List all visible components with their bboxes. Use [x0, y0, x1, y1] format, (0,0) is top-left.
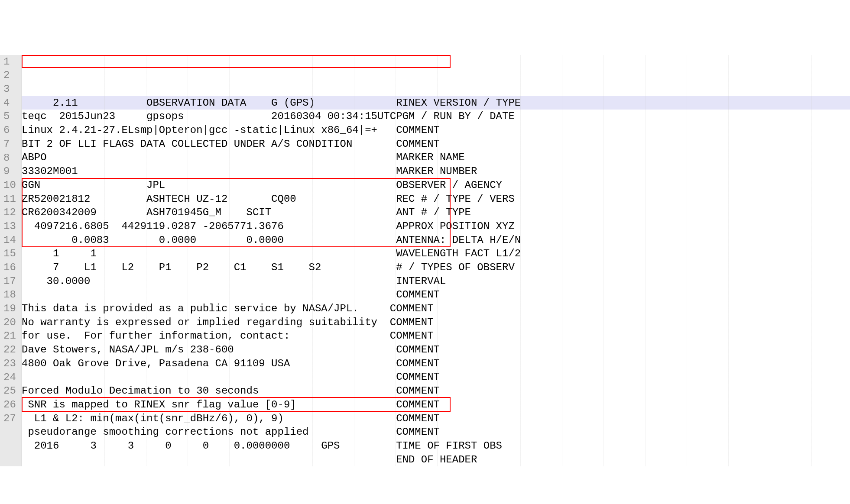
code-line[interactable]: Dave Stowers, NASA/JPL m/s 238-600 COMME…	[22, 343, 850, 357]
code-line-text: teqc 2015Jun23 gpsops 20160304 00:34:15U…	[22, 110, 515, 123]
line-number: 20	[3, 316, 18, 330]
line-number: 4	[3, 96, 18, 110]
code-line[interactable]: Forced Modulo Decimation to 30 seconds C…	[22, 384, 850, 398]
code-line-text: COMMENT	[22, 288, 440, 302]
code-line[interactable]: L1 & L2: min(max(int(snr_dBHz/6), 0), 9)…	[22, 412, 850, 426]
line-number: 19	[3, 302, 18, 316]
code-line-text: Linux 2.4.21-27.ELsmp|Opteron|gcc -stati…	[22, 123, 440, 137]
line-number: 15	[3, 247, 18, 261]
code-line[interactable]: COMMENT	[22, 288, 850, 302]
code-line-text: 2.11 OBSERVATION DATA G (GPS) RINEX VERS…	[22, 96, 521, 110]
line-number: 12	[3, 206, 18, 220]
code-line[interactable]: for use. For further information, contac…	[22, 329, 850, 343]
code-line-text: pseudorange smoothing corrections not ap…	[22, 425, 440, 439]
code-line-text: 7 L1 L2 P1 P2 C1 S1 S2 # / TYPES OF OBSE…	[22, 261, 515, 275]
code-line-text: 1 1 WAVELENGTH FACT L1/2	[22, 247, 521, 261]
line-number: 18	[3, 288, 18, 302]
code-line-text: Dave Stowers, NASA/JPL m/s 238-600 COMME…	[22, 343, 440, 357]
line-number: 13	[3, 220, 18, 233]
code-line-text: ABPO MARKER NAME	[22, 151, 465, 165]
line-number: 9	[3, 165, 18, 178]
line-number: 8	[3, 151, 18, 165]
line-number: 17	[3, 275, 18, 288]
annotation-box	[22, 55, 451, 68]
line-number: 7	[3, 137, 18, 151]
code-line[interactable]: 30.0000 INTERVAL	[22, 275, 850, 288]
code-line[interactable]: Linux 2.4.21-27.ELsmp|Opteron|gcc -stati…	[22, 123, 850, 137]
line-number: 6	[3, 123, 18, 137]
code-line-text: L1 & L2: min(max(int(snr_dBHz/6), 0), 9)…	[22, 412, 440, 426]
code-line-text: This data is provided as a public servic…	[22, 302, 434, 316]
code-line[interactable]: This data is provided as a public servic…	[22, 302, 850, 316]
code-line-text: 30.0000 INTERVAL	[22, 275, 446, 288]
code-line-text: No warranty is expressed or implied rega…	[22, 316, 434, 330]
line-number: 25	[3, 384, 18, 398]
code-line[interactable]: CR6200342009 ASH701945G_M SCIT ANT # / T…	[22, 206, 850, 220]
code-line-text: 4800 Oak Grove Drive, Pasadena CA 91109 …	[22, 357, 440, 371]
line-number: 2	[3, 68, 18, 82]
code-line[interactable]: 1 1 WAVELENGTH FACT L1/2	[22, 247, 850, 261]
line-number-gutter: 1234567891011121314151617181920212223242…	[0, 55, 22, 467]
line-number: 10	[3, 178, 18, 192]
line-number: 24	[3, 371, 18, 384]
line-number: 16	[3, 261, 18, 275]
code-line-text: 2016 3 3 0 0 0.0000000 GPS TIME OF FIRST…	[22, 439, 502, 453]
line-number: 3	[3, 82, 18, 96]
code-line-text: ZR520021812 ASHTECH UZ-12 CQ00 REC # / T…	[22, 192, 515, 206]
line-number: 26	[3, 398, 18, 412]
code-line[interactable]: No warranty is expressed or implied rega…	[22, 316, 850, 330]
editor-content[interactable]: 2.11 OBSERVATION DATA G (GPS) RINEX VERS…	[22, 55, 850, 467]
code-line[interactable]: 4800 Oak Grove Drive, Pasadena CA 91109 …	[22, 357, 850, 371]
line-number: 23	[3, 357, 18, 371]
line-number: 5	[3, 110, 18, 123]
code-line[interactable]: SNR is mapped to RINEX snr flag value [0…	[22, 398, 850, 412]
code-line[interactable]: 0.0083 0.0000 0.0000 ANTENNA: DELTA H/E/…	[22, 233, 850, 247]
code-line-text: for use. For further information, contac…	[22, 329, 434, 343]
code-line[interactable]: teqc 2015Jun23 gpsops 20160304 00:34:15U…	[22, 110, 850, 123]
code-line[interactable]: 2.11 OBSERVATION DATA G (GPS) RINEX VERS…	[22, 96, 850, 110]
line-number: 27	[3, 412, 18, 426]
code-line-text: 33302M001 MARKER NUMBER	[22, 165, 477, 178]
code-line[interactable]: pseudorange smoothing corrections not ap…	[22, 425, 850, 439]
code-line-text: CR6200342009 ASH701945G_M SCIT ANT # / T…	[22, 206, 471, 220]
code-line[interactable]: 33302M001 MARKER NUMBER	[22, 165, 850, 178]
line-number: 11	[3, 192, 18, 206]
code-line[interactable]: 7 L1 L2 P1 P2 C1 S1 S2 # / TYPES OF OBSE…	[22, 261, 850, 275]
code-line[interactable]: 2016 3 3 0 0 0.0000000 GPS TIME OF FIRST…	[22, 439, 850, 453]
code-line[interactable]: BIT 2 OF LLI FLAGS DATA COLLECTED UNDER …	[22, 137, 850, 151]
text-editor: 1234567891011121314151617181920212223242…	[0, 55, 850, 467]
code-line-text: GGN JPL OBSERVER / AGENCY	[22, 178, 502, 192]
code-line-text: BIT 2 OF LLI FLAGS DATA COLLECTED UNDER …	[22, 137, 440, 151]
line-number: 1	[3, 55, 18, 69]
code-line-text: 4097216.6805 4429119.0287 -2065771.3676 …	[22, 220, 515, 233]
code-line-text: COMMENT	[22, 370, 440, 384]
code-line[interactable]: END OF HEADER	[22, 453, 850, 467]
code-line-text: SNR is mapped to RINEX snr flag value [0…	[22, 398, 440, 412]
line-number: 21	[3, 329, 18, 343]
code-line[interactable]: 4097216.6805 4429119.0287 -2065771.3676 …	[22, 220, 850, 233]
line-number: 22	[3, 343, 18, 357]
code-line-text: 0.0083 0.0000 0.0000 ANTENNA: DELTA H/E/…	[22, 233, 521, 247]
code-line[interactable]: ZR520021812 ASHTECH UZ-12 CQ00 REC # / T…	[22, 192, 850, 206]
code-line[interactable]: COMMENT	[22, 370, 850, 384]
line-number: 14	[3, 233, 18, 247]
code-line-text: Forced Modulo Decimation to 30 seconds C…	[22, 384, 440, 398]
code-line[interactable]: ABPO MARKER NAME	[22, 151, 850, 165]
code-line[interactable]: GGN JPL OBSERVER / AGENCY	[22, 178, 850, 192]
code-line-text: END OF HEADER	[22, 453, 477, 467]
